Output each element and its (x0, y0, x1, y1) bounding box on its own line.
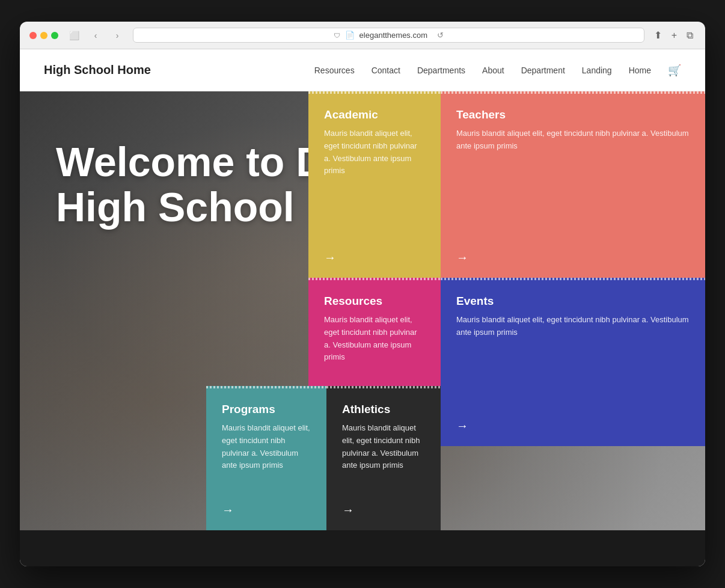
card-teachers-title: Teachers (456, 108, 690, 121)
nav-home[interactable]: Home (629, 66, 651, 75)
nav-departments[interactable]: Departments (417, 66, 465, 75)
cart-icon[interactable]: 🛒 (668, 64, 681, 77)
share-button[interactable]: ⬆ (652, 28, 664, 42)
browser-chrome: ⬜ ‹ › 🛡 📄 elegantthemes.com ↺ ⬆ + ⧉ (20, 22, 705, 49)
nav-landing[interactable]: Landing (582, 66, 612, 75)
browser-window: ⬜ ‹ › 🛡 📄 elegantthemes.com ↺ ⬆ + ⧉ High… (20, 22, 705, 566)
card-stripe (308, 278, 441, 280)
minimize-button[interactable] (40, 32, 47, 39)
nav-about[interactable]: About (482, 66, 504, 75)
card-programs-arrow: → (222, 503, 311, 517)
card-events-arrow: → (456, 419, 690, 433)
card-academic-title: Academic (324, 108, 425, 121)
footer-bar (20, 530, 705, 566)
site-header: High School Home Resources Contact Depar… (20, 49, 705, 91)
card-teachers-arrow: → (456, 251, 690, 265)
site-logo[interactable]: High School Home (44, 63, 151, 77)
card-athletics[interactable]: Athletics Mauris blandit aliquet elit, e… (326, 386, 441, 530)
card-athletics-arrow: → (342, 503, 425, 517)
card-events-text: Mauris blandit aliquet elit, eget tincid… (456, 314, 690, 411)
maximize-button[interactable] (51, 32, 58, 39)
card-athletics-title: Athletics (342, 403, 425, 416)
website: High School Home Resources Contact Depar… (20, 49, 705, 566)
url-text: elegantthemes.com (359, 31, 427, 40)
card-academic-arrow: → (324, 251, 425, 265)
card-athletics-text: Mauris blandit aliquet elit, eget tincid… (342, 422, 425, 495)
card-events[interactable]: Events Mauris blandit aliquet elit, eget… (441, 278, 705, 446)
card-programs[interactable]: Programs Mauris blandit aliquet elit, eg… (206, 386, 326, 530)
card-stripe (441, 278, 705, 280)
card-academic-text: Mauris blandit aliquet elit, eget tincid… (324, 127, 425, 242)
browser-actions: ⬆ + ⧉ (652, 28, 696, 42)
nav-resources[interactable]: Resources (314, 66, 355, 75)
nav-department[interactable]: Department (521, 66, 565, 75)
card-teachers[interactable]: Teachers Mauris blandit aliquet elit, eg… (441, 91, 705, 278)
card-programs-title: Programs (222, 403, 311, 416)
card-events-title: Events (456, 295, 690, 308)
forward-button[interactable]: › (109, 29, 126, 42)
favicon: 📄 (345, 31, 355, 40)
back-button[interactable]: ‹ (87, 29, 104, 42)
site-nav: Resources Contact Departments About Depa… (314, 64, 681, 77)
traffic-lights (29, 32, 58, 39)
browser-controls: ⬜ ‹ › (66, 29, 126, 42)
hero-section: Welcome to Divi High School Academic Mau… (20, 91, 705, 530)
sidebar-icon: ⬜ (69, 31, 79, 40)
tab-overview-button[interactable]: ⧉ (684, 28, 696, 42)
card-stripe (441, 91, 705, 94)
address-bar[interactable]: 🛡 📄 elegantthemes.com ↺ (133, 28, 644, 43)
card-teachers-text: Mauris blandit aliquet elit, eget tincid… (456, 127, 690, 242)
close-button[interactable] (29, 32, 37, 39)
card-resources-title: Resources (324, 295, 425, 308)
sidebar-toggle-button[interactable]: ⬜ (66, 29, 82, 42)
security-icon: 🛡 (334, 32, 340, 39)
card-stripe (326, 386, 441, 388)
nav-contact[interactable]: Contact (372, 66, 400, 75)
card-stripe (308, 91, 441, 94)
card-academic[interactable]: Academic Mauris blandit aliquet elit, eg… (308, 91, 441, 278)
cards-container: Academic Mauris blandit aliquet elit, eg… (20, 91, 705, 530)
card-programs-text: Mauris blandit aliquet elit, eget tincid… (222, 422, 311, 495)
refresh-icon[interactable]: ↺ (437, 31, 444, 40)
card-stripe (206, 386, 326, 388)
new-tab-button[interactable]: + (669, 28, 679, 42)
